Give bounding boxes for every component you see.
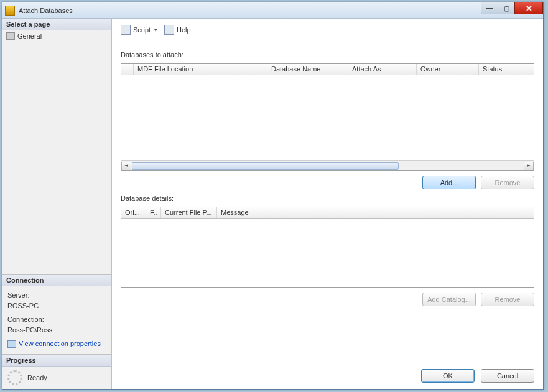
progress-status: Ready — [27, 373, 47, 383]
window-controls: — ▢ ✕ — [481, 2, 543, 14]
server-value: ROSS-PC — [7, 301, 106, 311]
details-list-header: Ori... F.. Current File P... Message — [121, 207, 534, 219]
script-label: Script — [133, 26, 151, 34]
details-col-original[interactable]: Ori... — [121, 207, 146, 218]
dialog-footer: OK Cancel — [112, 364, 543, 389]
server-label: Server: — [7, 290, 106, 301]
select-page-header: Select a page — [2, 19, 111, 30]
titlebar[interactable]: Attach Databases — ▢ ✕ — [2, 2, 543, 19]
connection-value: Ross-PC\Ross — [7, 325, 106, 335]
attach-hscrollbar[interactable]: ◄ ► — [121, 160, 534, 170]
help-button[interactable]: Help — [164, 25, 191, 35]
ok-button[interactable]: OK — [421, 369, 475, 383]
details-col-filetype[interactable]: F.. — [146, 207, 161, 218]
view-connection-properties-link[interactable]: View connection properties — [7, 339, 101, 349]
scroll-thumb[interactable] — [132, 162, 399, 170]
attach-col-status[interactable]: Status — [479, 64, 534, 75]
sidebar-item-general[interactable]: General — [2, 30, 111, 42]
attach-col-owner[interactable]: Owner — [417, 64, 479, 75]
attach-col-dbname[interactable]: Database Name — [267, 64, 348, 75]
progress-spinner-icon — [7, 370, 22, 385]
toolbar: Script ▼ Help — [121, 25, 534, 37]
remove-details-button[interactable]: Remove — [481, 293, 534, 306]
close-button[interactable]: ✕ — [514, 2, 543, 14]
sidebar: Select a page General Connection Server:… — [2, 19, 112, 389]
page-icon — [6, 32, 15, 40]
maximize-icon: ▢ — [504, 5, 509, 12]
app-icon — [5, 6, 15, 16]
cancel-button[interactable]: Cancel — [481, 369, 534, 383]
database-details-list[interactable]: Ori... F.. Current File P... Message — [121, 207, 534, 288]
connection-label: Connection: — [7, 314, 106, 325]
connection-header: Connection — [2, 275, 111, 286]
help-label: Help — [177, 26, 191, 34]
remove-attach-button[interactable]: Remove — [481, 176, 534, 189]
properties-icon — [7, 340, 16, 348]
scroll-track[interactable] — [131, 162, 524, 170]
attach-col-mdf[interactable]: MDF File Location — [134, 64, 267, 75]
attach-col-attachas[interactable]: Attach As — [348, 64, 417, 75]
maximize-button[interactable]: ▢ — [498, 2, 515, 14]
details-list-body[interactable] — [121, 219, 534, 287]
databases-to-attach-list[interactable]: MDF File Location Database Name Attach A… — [121, 63, 534, 171]
help-icon — [164, 25, 174, 35]
attach-list-header: MDF File Location Database Name Attach A… — [121, 64, 534, 75]
script-icon — [121, 25, 131, 35]
scroll-left-button[interactable]: ◄ — [121, 162, 131, 170]
details-col-path[interactable]: Current File P... — [161, 207, 217, 218]
details-col-message[interactable]: Message — [217, 207, 534, 218]
link-label: View connection properties — [19, 339, 101, 349]
database-details-label: Database details: — [121, 194, 534, 202]
progress-header: Progress — [2, 355, 111, 367]
minimize-icon: — — [486, 5, 493, 12]
scroll-right-button[interactable]: ► — [524, 162, 534, 170]
connection-body: Server: ROSS-PC Connection: Ross-PC\Ross… — [2, 286, 111, 354]
attach-list-body[interactable] — [121, 75, 534, 160]
close-icon: ✕ — [526, 4, 532, 13]
chevron-down-icon: ▼ — [153, 27, 158, 33]
attach-col-blank[interactable] — [121, 64, 134, 75]
add-button[interactable]: Add... — [422, 176, 476, 189]
attach-databases-window: Attach Databases — ▢ ✕ Select a page Gen… — [2, 2, 544, 390]
minimize-button[interactable]: — — [481, 2, 498, 14]
window-title: Attach Databases — [19, 7, 73, 14]
sidebar-item-label: General — [17, 32, 42, 40]
add-catalog-button[interactable]: Add Catalog... — [422, 293, 476, 306]
script-button[interactable]: Script ▼ — [121, 25, 158, 35]
databases-to-attach-label: Databases to attach: — [121, 51, 534, 58]
